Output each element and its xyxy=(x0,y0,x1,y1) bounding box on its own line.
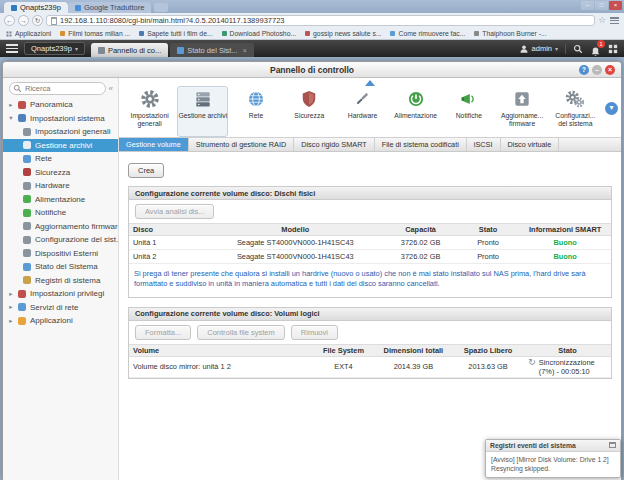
back-button[interactable]: ← xyxy=(4,15,15,26)
sidebar-item-rete[interactable]: Rete xyxy=(3,152,118,166)
sidebar-item-applicazioni[interactable]: ▸Applicazioni xyxy=(3,314,118,328)
ribbon-item-notifiche[interactable]: Notifiche xyxy=(443,86,494,137)
privileges-icon xyxy=(18,290,26,298)
user-menu[interactable]: admin ▾ xyxy=(519,44,558,54)
ribbon-item-rete[interactable]: Rete xyxy=(230,86,281,137)
page-title: Pannello di controllo xyxy=(270,65,354,75)
bookmark-item[interactable]: Download Photosho... xyxy=(222,30,297,37)
ribbon-item-sicurezza[interactable]: Sicurezza xyxy=(284,86,335,137)
sidebar-item-aggiornamento-firmware[interactable]: Aggiornamento firmware xyxy=(3,220,118,234)
bookmark-star-icon[interactable]: ☆ xyxy=(598,15,606,26)
applications-icon xyxy=(18,317,26,325)
sidebar-item-notifiche[interactable]: Notifiche xyxy=(3,206,118,220)
ribbon-item-configurazione-sistema[interactable]: Configurazi... del sistema xyxy=(550,86,601,137)
physical-disks-section: Configurazione corrente volume disco: Di… xyxy=(128,186,612,298)
tab-close-icon[interactable]: × xyxy=(243,47,247,54)
scan-disk-button[interactable]: Avvia analisi dis... xyxy=(135,204,214,219)
browser-tab-translate[interactable]: Google Traduttore xyxy=(68,2,151,13)
search-icon[interactable] xyxy=(573,44,583,54)
tab-gestione-volume[interactable]: Gestione volume xyxy=(119,138,189,151)
chevron-down-icon: ▾ xyxy=(75,45,78,52)
sidebar-item-gestione-archivi[interactable]: Gestione archivi xyxy=(3,139,118,153)
bookmark-item[interactable]: gossip news salute s... xyxy=(305,30,381,37)
ribbon-item-aggiornamento-firmware[interactable]: Aggiorname... firmware xyxy=(497,86,548,137)
col-volume: Volume xyxy=(129,344,312,356)
sidebar-item-panoramica[interactable]: ▸Panoramica xyxy=(3,98,118,112)
sidebar-item-hardware[interactable]: Hardware xyxy=(3,179,118,193)
sidebar-item-stato-sistema[interactable]: Stato del Sistema xyxy=(3,260,118,274)
bookmark-favicon xyxy=(222,31,227,36)
page-icon xyxy=(51,17,57,25)
control-panel-window: Pannello di controllo ? – × « ▸Panoramic… xyxy=(2,61,622,480)
bookmark-item[interactable]: Thaiphoon Burner -... xyxy=(474,30,546,37)
control-panel-icon xyxy=(98,47,105,54)
table-row[interactable]: Volume disco mirror: unità 1 2 EXT4 2014… xyxy=(129,356,611,377)
browser-menu-icon[interactable] xyxy=(609,16,620,25)
window-minimize-button[interactable]: – xyxy=(581,1,594,10)
sidebar-collapse-icon[interactable]: « xyxy=(109,84,113,93)
main-menu-icon[interactable] xyxy=(6,44,18,53)
open-window-tabs: Pannello di co... Stato del Sist... × xyxy=(91,40,254,57)
sidebar-item-sicurezza[interactable]: Sicurezza xyxy=(3,166,118,180)
close-button[interactable]: × xyxy=(605,65,615,75)
forward-button[interactable]: → xyxy=(18,15,29,26)
reload-button[interactable]: ↻ xyxy=(32,15,43,26)
tab-iscsi[interactable]: iSCSI xyxy=(467,138,501,151)
sidebar-item-servizi-rete[interactable]: ▸Servizi di rete xyxy=(3,301,118,315)
bookmark-apps[interactable]: Applicazioni xyxy=(6,30,51,37)
window-tab-control-panel[interactable]: Pannello di co... xyxy=(91,43,168,57)
ribbon-item-gestione-archivi[interactable]: Gestione archivi xyxy=(177,86,228,137)
window-close-button[interactable]: × xyxy=(609,1,622,10)
browser-tabstrip: Qnapts239p Google Traduttore – □ × xyxy=(0,0,624,13)
address-bar[interactable]: 192.168.1.110:8080/cgi-bin/main.html?4.0… xyxy=(46,15,595,26)
new-tab-button[interactable] xyxy=(154,3,168,12)
ribbon-scroll-down-button[interactable]: ▾ xyxy=(605,102,618,115)
notification-icon xyxy=(444,89,493,111)
tab-gestione-raid[interactable]: Strumento di gestione RAID xyxy=(189,138,294,151)
apps-grid-icon xyxy=(6,31,12,37)
sidebar-item-dispositivi-esterni[interactable]: Dispositivi Esterni xyxy=(3,247,118,261)
sidebar-item-configurazione-sistema[interactable]: Configurazione del sist... xyxy=(3,233,118,247)
ribbon-item-alimentazione[interactable]: Alimentazione xyxy=(390,86,441,137)
bookmark-item[interactable]: Filmi tomas milian ... xyxy=(60,30,130,37)
popup-header[interactable]: Registri eventi del sistema xyxy=(486,440,620,452)
check-filesystem-button[interactable]: Controlla file system xyxy=(197,325,285,340)
ribbon-item-impostazioni-generali[interactable]: Impostazioni generali xyxy=(124,86,175,137)
topbar-right-controls: admin ▾ 1 xyxy=(519,43,618,54)
browser-tab-qnap[interactable]: Qnapts239p xyxy=(4,2,68,13)
col-filesystem: File System xyxy=(312,344,375,356)
bookmark-item[interactable]: Sapete tutti i film de... xyxy=(139,30,212,37)
sidebar-item-registri-sistema[interactable]: Registri di sistema xyxy=(3,274,118,288)
create-button[interactable]: Crea xyxy=(128,163,164,178)
sidebar-item-impostazioni-generali[interactable]: Impostazioni generali xyxy=(3,125,118,139)
tab-disco-smart[interactable]: Disco rigido SMART xyxy=(294,138,375,151)
window-maximize-button[interactable]: □ xyxy=(595,1,608,10)
sidebar-item-impostazioni-privilegi[interactable]: ▸Impostazioni privilegi xyxy=(3,287,118,301)
table-row[interactable]: Unità 2 Seagate ST4000VN000-1H41SC43 372… xyxy=(129,250,611,264)
bookmark-favicon xyxy=(474,31,479,36)
gear-icon xyxy=(23,128,31,136)
col-smart: Informazioni SMART xyxy=(519,224,611,236)
help-button[interactable]: ? xyxy=(579,65,589,75)
remove-button[interactable]: Rimuovi xyxy=(291,325,338,340)
ribbon-item-hardware[interactable]: Hardware xyxy=(337,86,388,137)
table-row[interactable]: Unità 1 Seagate ST4000VN000-1H41SC43 372… xyxy=(129,236,611,250)
popup-expand-icon[interactable] xyxy=(609,442,616,448)
window-tab-system-status[interactable]: Stato del Sist... × xyxy=(170,43,254,57)
apps-grid-icon[interactable] xyxy=(608,44,618,54)
minimize-button[interactable]: – xyxy=(592,65,602,75)
device-name-button[interactable]: Qnapts239p ▾ xyxy=(24,42,85,55)
tab-disco-virtuale[interactable]: Disco virtuale xyxy=(501,138,560,151)
network-services-icon xyxy=(18,303,26,311)
search-input[interactable] xyxy=(9,82,106,95)
ribbon-scroll-up-icon[interactable] xyxy=(365,80,375,86)
tab-file-codificati[interactable]: File di sistema codificati xyxy=(375,138,467,151)
sidebar-item-impostazioni-sistema[interactable]: ▾Impostazioni sistema xyxy=(3,112,118,126)
notifications-button[interactable]: 1 xyxy=(590,43,601,54)
system-config-icon xyxy=(551,89,600,111)
sidebar-item-alimentazione[interactable]: Alimentazione xyxy=(3,193,118,207)
physical-disks-header: Configurazione corrente volume disco: Di… xyxy=(129,187,611,200)
url-text: 192.168.1.110:8080/cgi-bin/main.html?4.0… xyxy=(60,16,285,25)
format-button[interactable]: Formatta... xyxy=(135,325,191,340)
bookmark-item[interactable]: Come rimuovere fac... xyxy=(390,30,465,37)
